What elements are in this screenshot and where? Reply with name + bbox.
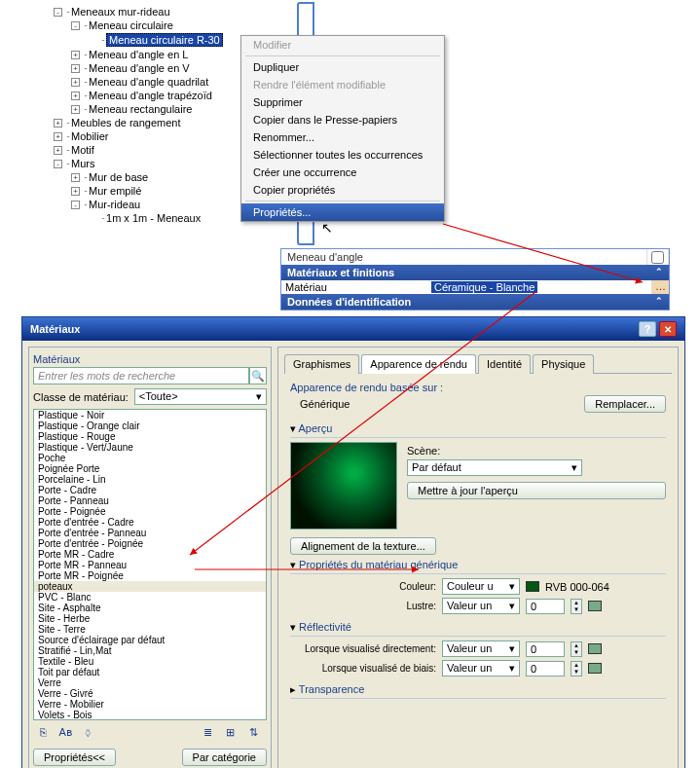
material-list-item[interactable]: Plastique - Rouge	[34, 431, 266, 442]
prop-browse-button[interactable]: …	[651, 280, 669, 294]
view-sort-icon[interactable]: ⇅	[245, 724, 261, 740]
tree-label[interactable]: Meneaux mur-rideau	[71, 6, 170, 18]
color-swatch-icon[interactable]	[526, 581, 539, 592]
menu-item[interactable]: Supprimer	[241, 93, 444, 111]
tree-toggle-icon[interactable]: +	[71, 51, 80, 59]
prop-group-ident[interactable]: Données d'identification⌃	[281, 294, 669, 310]
tree-label[interactable]: 1m x 1m - Meneaux	[106, 212, 201, 224]
material-list-item[interactable]: Site - Terre	[34, 624, 266, 635]
tree-label[interactable]: Meneau rectangulaire	[89, 103, 192, 115]
bias-value-input[interactable]: 0	[526, 661, 565, 677]
material-list-item[interactable]: poteaux	[34, 581, 266, 592]
tree-toggle-icon[interactable]: +	[71, 78, 80, 87]
material-list-item[interactable]: Plastique - Vert/Jaune	[34, 442, 266, 453]
material-list-item[interactable]: Porte d'entrée - Poignée	[34, 538, 266, 549]
tree-label[interactable]: Meneau circulaire R-30	[106, 33, 223, 47]
tree-toggle-icon[interactable]: +	[54, 119, 62, 128]
material-list-item[interactable]: Porte - Panneau	[34, 495, 266, 506]
menu-item[interactable]: Dupliquer	[241, 58, 444, 76]
bias-view-select[interactable]: Valeur un▾	[442, 660, 520, 677]
tree-toggle-icon[interactable]: +	[71, 64, 80, 73]
menu-item[interactable]: Créer une occurrence	[241, 164, 444, 181]
menu-item[interactable]: Renommer...	[241, 128, 444, 146]
direct-spinner[interactable]: ▲▼	[571, 641, 582, 657]
direct-value-input[interactable]: 0	[526, 641, 565, 657]
tree-label[interactable]: Meneau d'angle quadrilat	[89, 76, 208, 88]
material-list-item[interactable]: Source d'éclairage par défaut	[34, 635, 266, 645]
bias-swatch-icon[interactable]	[588, 663, 602, 674]
tab[interactable]: Graphismes	[284, 354, 359, 374]
prop-param-value[interactable]: Céramique - Blanche	[427, 280, 651, 294]
tree-label[interactable]: Meneau circulaire	[89, 19, 173, 31]
tree-label[interactable]: Mur de base	[89, 171, 148, 183]
tree-toggle-icon[interactable]: -	[54, 8, 62, 17]
material-list-item[interactable]: Poche	[34, 453, 266, 463]
class-select[interactable]: <Toute>▾	[134, 388, 267, 405]
direct-view-select[interactable]: Valeur un▾	[442, 640, 520, 657]
properties-toggle-button[interactable]: Propriétés<<	[33, 749, 116, 766]
material-list-item[interactable]: Porte MR - Poignée	[34, 570, 266, 581]
materials-list[interactable]: Plastique - NoirPlastique - Orange clair…	[33, 409, 267, 720]
tree-toggle-icon[interactable]: +	[71, 91, 80, 100]
replace-button[interactable]: Remplacer...	[584, 395, 666, 413]
help-button[interactable]: ?	[639, 321, 656, 337]
material-list-item[interactable]: Porte - Cadre	[34, 485, 266, 495]
tree-label[interactable]: Meneau d'angle en V	[89, 62, 190, 74]
menu-item[interactable]: Propriétés...	[241, 203, 444, 221]
tree-toggle-icon[interactable]: -	[54, 160, 62, 168]
dialog-titlebar[interactable]: Matériaux ? ✕	[22, 317, 684, 341]
lustre-swatch-icon[interactable]	[588, 601, 602, 611]
tree-label[interactable]: Mur empilé	[89, 185, 141, 197]
tree-toggle-icon[interactable]: +	[71, 173, 80, 182]
tree-item[interactable]: -····Meneaux mur-rideau	[54, 5, 307, 18]
material-list-item[interactable]: Textile - Bleu	[34, 656, 266, 667]
tree-item[interactable]: -····Meneau circulaire	[54, 18, 307, 32]
material-list-item[interactable]: Porte - Poignée	[34, 506, 266, 517]
material-list-item[interactable]: Plastique - Orange clair	[34, 421, 266, 431]
tree-label[interactable]: Motif	[71, 144, 94, 156]
update-preview-button[interactable]: Mettre à jour l'aperçu	[407, 482, 666, 499]
search-icon[interactable]: 🔍	[249, 367, 267, 384]
delete-icon[interactable]: ⎀	[80, 724, 95, 740]
tree-label[interactable]: Mobilier	[71, 130, 109, 142]
material-list-item[interactable]: Site - Asphalte	[34, 603, 266, 613]
close-button[interactable]: ✕	[659, 321, 677, 337]
view-grid-icon[interactable]: ⊞	[223, 724, 239, 740]
menu-item[interactable]: Copier propriétés	[241, 181, 444, 199]
search-input[interactable]: Entrer les mots de recherche	[33, 367, 249, 384]
prop-group-materials[interactable]: Matériaux et finitions⌃	[281, 265, 669, 280]
tab[interactable]: Physique	[533, 354, 594, 374]
tab[interactable]: Identité	[478, 354, 531, 374]
material-list-item[interactable]: Verre - Mobilier	[34, 699, 266, 710]
material-list-item[interactable]: Volets - Bois	[34, 710, 266, 720]
lustre-spinner[interactable]: ▲▼	[571, 599, 582, 614]
texture-align-button[interactable]: Alignement de la texture...	[290, 537, 436, 555]
tree-toggle-icon[interactable]: +	[71, 105, 80, 114]
tree-toggle-icon[interactable]: -	[71, 21, 80, 30]
menu-item[interactable]: Sélectionner toutes les occurrences	[241, 146, 444, 164]
material-list-item[interactable]: Stratifié - Lin,Mat	[34, 645, 266, 656]
material-list-item[interactable]: Porte MR - Panneau	[34, 560, 266, 570]
by-category-button[interactable]: Par catégorie	[182, 749, 267, 766]
material-list-item[interactable]: Poignée Porte	[34, 463, 266, 474]
lustre-select[interactable]: Valeur un▾	[442, 598, 520, 614]
scene-select[interactable]: Par défaut▾	[407, 459, 582, 476]
tree-toggle-icon[interactable]: +	[54, 132, 62, 141]
lustre-value-input[interactable]: 0	[526, 599, 565, 614]
tree-toggle-icon[interactable]: +	[71, 187, 80, 196]
material-list-item[interactable]: Porte d'entrée - Cadre	[34, 517, 266, 528]
tree-label[interactable]: Murs	[71, 158, 94, 169]
material-list-item[interactable]: Porte MR - Cadre	[34, 549, 266, 560]
direct-swatch-icon[interactable]	[588, 643, 602, 654]
tab[interactable]: Apparence de rendu	[361, 354, 476, 374]
material-list-item[interactable]: Porcelaine - Lin	[34, 474, 266, 485]
tree-label[interactable]: Meubles de rangement	[71, 117, 181, 128]
material-list-item[interactable]: Site - Herbe	[34, 613, 266, 624]
tree-toggle-icon[interactable]: +	[54, 146, 62, 155]
rename-icon[interactable]: Aʙ	[57, 725, 73, 741]
material-list-item[interactable]: Verre	[34, 677, 266, 688]
tree-label[interactable]: Meneau d'angle en L	[89, 49, 188, 60]
material-list-item[interactable]: Verre - Givré	[34, 688, 266, 699]
prop-row-check[interactable]	[647, 249, 669, 265]
bias-spinner[interactable]: ▲▼	[571, 661, 582, 677]
